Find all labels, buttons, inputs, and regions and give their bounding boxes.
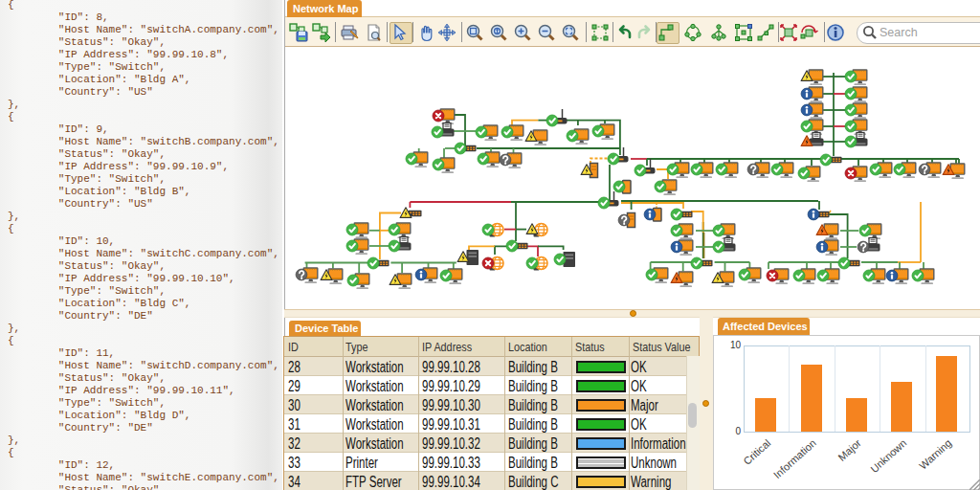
svg-text:Major: Major — [835, 436, 863, 463]
svg-text:Information: Information — [771, 437, 818, 481]
svg-text:Warning: Warning — [917, 437, 953, 472]
svg-text:Critical: Critical — [741, 437, 772, 467]
svg-text:Unknown: Unknown — [868, 437, 908, 476]
